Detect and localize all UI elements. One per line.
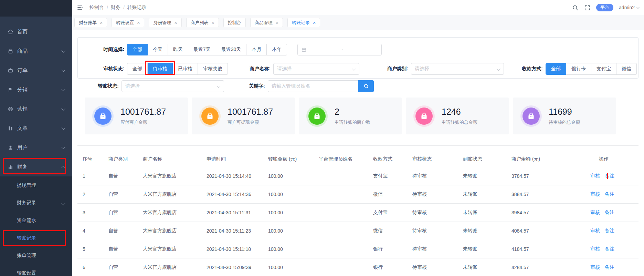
breadcrumb-separator: / <box>123 5 125 10</box>
merchant-name-label: 商户名称: <box>241 66 271 72</box>
sidebar-item-withdraw-management[interactable]: 提现管理 <box>0 176 72 194</box>
table-header-row: 序号 商户类别 商户名称 申请时间 转账金额 (元) 平台管理员姓名 收款方式 … <box>77 152 638 167</box>
chevron-down-icon <box>61 106 65 110</box>
audit-filter-row: 审核状态: 全部 待审核 已审核 审核失败 商户名称: 请选择 商户类别: 请选… <box>98 63 638 75</box>
search-button[interactable] <box>358 80 374 92</box>
tab-transfer-records[interactable]: 转账记录× <box>287 18 320 27</box>
sidebar-item-users[interactable]: 用户 <box>0 138 72 157</box>
sidebar-item-finance-records[interactable]: 财务记录 <box>0 194 72 212</box>
bag-icon <box>199 105 221 127</box>
audit-status-failed[interactable]: 审核失败 <box>198 63 228 75</box>
table-cell: 未转账 <box>463 228 511 234</box>
col-header: 审核状态 <box>412 156 463 162</box>
tab-identity-management[interactable]: 身份管理× <box>149 18 181 27</box>
merchant-name-select[interactable]: 请选择 <box>273 63 359 75</box>
sidebar-item-goods[interactable]: 商品 <box>0 41 72 61</box>
remark-link[interactable]: 备注 <box>605 228 614 234</box>
sidebar: 首页 商品 订单 分销 营销 <box>0 0 72 276</box>
pay-method-wechat[interactable]: 微信 <box>616 63 637 75</box>
audit-link[interactable]: 审核 <box>590 209 600 216</box>
col-header: 申请时间 <box>207 156 268 162</box>
remark-link[interactable]: 备注 <box>605 209 614 216</box>
keyword-placeholder: 请输入管理员姓名 <box>272 83 310 89</box>
sidebar-item-marketing[interactable]: 营销 <box>0 99 72 119</box>
time-filter-thismonth[interactable]: 本月 <box>246 44 267 55</box>
col-header: 收款方式 <box>373 156 412 162</box>
table-cell: 自营 <box>108 191 143 197</box>
audit-link[interactable]: 审核 <box>590 173 600 179</box>
tab-console[interactable]: 控制台 <box>223 18 246 27</box>
audit-status-all[interactable]: 全部 <box>127 63 148 75</box>
stat-value: 11699 <box>549 107 580 117</box>
bag-icon <box>413 105 435 127</box>
table-cell: 待审核 <box>412 246 463 252</box>
merchant-type-placeholder: 请选择 <box>415 66 429 72</box>
briefcase-icon <box>8 68 13 73</box>
keyword-input[interactable]: 请输入管理员姓名 <box>268 80 358 92</box>
sidebar-item-distribution[interactable]: 分销 <box>0 80 72 99</box>
sidebar-item-label: 首页 <box>17 29 28 35</box>
pay-method-all[interactable]: 全部 <box>546 63 566 75</box>
table-cell: 100.00 <box>268 228 319 234</box>
sidebar-item-transfer-settings[interactable]: 转账设置 <box>0 264 72 276</box>
table-cell: 3884.57 <box>511 192 583 197</box>
audit-link[interactable]: 审核 <box>590 228 600 234</box>
time-filter-last7days[interactable]: 最近7天 <box>188 44 216 55</box>
sidebar-item-transfer-records[interactable]: 转账记录 <box>0 229 72 247</box>
stat-value: 1001761.87 <box>228 107 273 117</box>
merchant-type-select[interactable]: 请选择 <box>411 63 504 75</box>
tab-transfer-settings[interactable]: 转账设置× <box>112 18 144 27</box>
sidebar-item-finance[interactable]: 财务 <box>0 157 72 176</box>
sidebar-item-label: 用户 <box>17 144 28 151</box>
table-cell: 大米官方旗舰店 <box>143 173 207 179</box>
remark-link[interactable]: 备注 <box>605 246 614 252</box>
menu-fold-icon[interactable] <box>76 4 83 11</box>
close-icon[interactable]: × <box>137 20 140 25</box>
user-menu[interactable]: admin2 <box>619 5 639 10</box>
close-icon[interactable]: × <box>276 20 278 25</box>
date-range-input[interactable]: - <box>297 44 382 55</box>
breadcrumb-item[interactable]: 控制台 <box>89 4 104 11</box>
audit-link[interactable]: 审核 <box>590 191 600 197</box>
audit-status-pending[interactable]: 待审核 <box>148 63 173 75</box>
audit-link[interactable]: 审核 <box>590 264 600 270</box>
remark-link[interactable]: 备注 <box>605 173 614 179</box>
time-filter-last30days[interactable]: 最近30天 <box>216 44 247 55</box>
sidebar-item-articles[interactable]: 文章 <box>0 119 72 138</box>
remark-link[interactable]: 备注 <box>605 264 614 270</box>
table-cell: 1 <box>77 173 108 179</box>
tab-finance-bill[interactable]: 财务账单× <box>74 18 107 27</box>
col-header: 商户名称 <box>143 156 207 162</box>
role-badge[interactable]: 平台 <box>596 4 613 11</box>
bag-icon <box>92 105 114 127</box>
table-cell: 自营 <box>108 246 143 252</box>
audit-link[interactable]: 审核 <box>590 246 600 252</box>
pay-method-alipay[interactable]: 支付宝 <box>591 63 616 75</box>
merchant-type-label: 商户类别: <box>379 66 408 72</box>
tab-label: 控制台 <box>228 20 241 26</box>
close-icon[interactable]: × <box>212 20 214 25</box>
close-icon[interactable]: × <box>100 20 103 25</box>
sidebar-item-orders[interactable]: 订单 <box>0 61 72 80</box>
fullscreen-icon[interactable] <box>584 4 591 11</box>
remark-link[interactable]: 备注 <box>605 191 614 197</box>
audit-status-approved[interactable]: 已审核 <box>173 63 198 75</box>
time-filter-all[interactable]: 全部 <box>127 44 148 55</box>
table-cell: 银行 <box>373 246 412 252</box>
tab-goods-management[interactable]: 商品管理× <box>250 18 283 27</box>
close-icon[interactable]: × <box>313 20 316 25</box>
breadcrumb-item[interactable]: 财务 <box>111 4 120 11</box>
transfer-status-select[interactable]: 请选择 <box>122 80 224 92</box>
tab-merchant-list[interactable]: 商户列表× <box>186 18 219 27</box>
pay-method-bankcard[interactable]: 银行卡 <box>566 63 591 75</box>
pay-method-label: 收款方式: <box>514 66 543 72</box>
time-filter-yesterday[interactable]: 昨天 <box>168 44 188 55</box>
sidebar-item-home[interactable]: 首页 <box>0 22 72 41</box>
table-cell: 自营 <box>108 209 143 216</box>
time-filter-today[interactable]: 今天 <box>148 44 168 55</box>
sidebar-item-bill-management[interactable]: 账单管理 <box>0 247 72 264</box>
search-icon[interactable] <box>572 4 579 11</box>
close-icon[interactable]: × <box>174 20 177 25</box>
time-filter-thisyear[interactable]: 本年 <box>267 44 287 55</box>
sidebar-item-capital-flow[interactable]: 资金流水 <box>0 212 72 229</box>
